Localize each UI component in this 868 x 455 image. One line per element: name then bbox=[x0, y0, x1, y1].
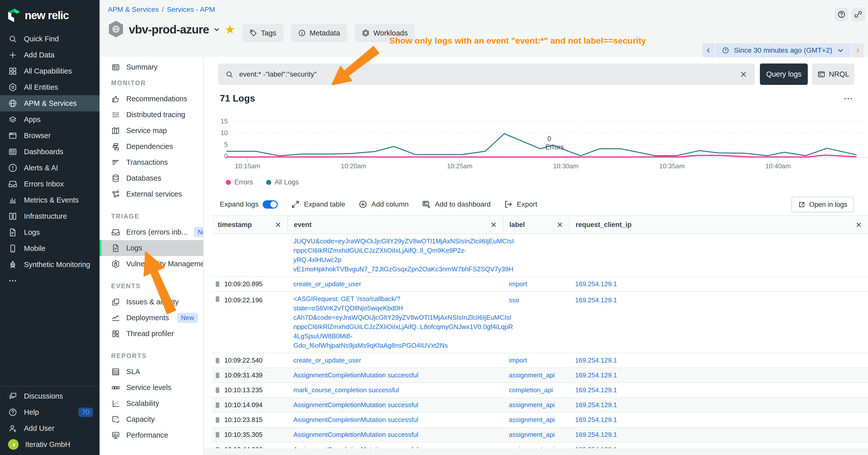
add-column-button[interactable]: Add column bbox=[359, 200, 409, 209]
open-in-logs-button[interactable]: Open in logs bbox=[792, 197, 854, 213]
gnav-footer-add-user[interactable]: Add User bbox=[0, 420, 99, 436]
log-label-link[interactable]: assignment_api bbox=[503, 431, 569, 438]
expand-logs-toggle[interactable] bbox=[262, 200, 278, 208]
log-client-ip-link[interactable]: 169.254.129.1 bbox=[569, 280, 868, 288]
log-row[interactable]: JUQVU&code=eyJraWQiOiJjcGltY29yZV8wOTl1M… bbox=[212, 234, 868, 277]
gnav-item-logs[interactable]: Logs bbox=[0, 224, 99, 240]
log-label-link[interactable]: assignment_api bbox=[503, 371, 569, 379]
lnav-item-summary[interactable]: Summary bbox=[99, 59, 203, 75]
breadcrumb-apm-services[interactable]: APM & Services bbox=[108, 5, 159, 13]
log-event-link[interactable]: mark_course_completion successful bbox=[287, 386, 503, 395]
lnav-item-capacity[interactable]: Capacity bbox=[99, 412, 203, 427]
lnav-item-logs[interactable]: Logs bbox=[99, 240, 203, 256]
log-client-ip-link[interactable]: 169.254.129.1 bbox=[569, 416, 868, 424]
remove-column-icon[interactable]: ✕ bbox=[557, 221, 563, 229]
quick-find[interactable]: Quick Find bbox=[0, 31, 99, 47]
log-row[interactable]: 10:09:31.439AssignmentCompletionMutation… bbox=[212, 368, 868, 383]
time-forward-button[interactable] bbox=[851, 43, 864, 58]
log-row[interactable]: 10:10:35.305AssignmentCompletionMutation… bbox=[212, 427, 868, 443]
logs-timeseries-chart[interactable]: 15105010:15am10:20am10:25am10:30am10:35a… bbox=[219, 116, 868, 170]
lnav-item-service-levels[interactable]: Service levels bbox=[99, 380, 203, 395]
log-label-link[interactable]: sso bbox=[503, 294, 569, 304]
column-header-timestamp[interactable]: timestamp✕ bbox=[212, 216, 287, 233]
log-event-link[interactable]: create_or_update_user bbox=[287, 280, 503, 289]
metadata-button[interactable]: Metadata bbox=[291, 24, 347, 42]
log-client-ip-link[interactable]: 169.254.129.1 bbox=[569, 371, 868, 379]
lnav-item-performance[interactable]: Performance bbox=[99, 427, 203, 443]
lnav-item-distributed-tracing[interactable]: Distributed tracing bbox=[99, 107, 203, 123]
clear-query-icon[interactable] bbox=[739, 70, 748, 78]
log-client-ip-link[interactable]: 169.254.129.1 bbox=[569, 401, 868, 409]
lnav-item-issues-activity[interactable]: Issues & activity bbox=[99, 294, 203, 310]
remove-column-icon[interactable]: ✕ bbox=[491, 221, 497, 229]
gnav-item-apm-services[interactable]: APM & Services bbox=[0, 95, 99, 111]
lnav-item-vulnerability-management[interactable]: Vulnerability Management bbox=[99, 256, 203, 272]
log-event-link[interactable]: create_or_update_user bbox=[287, 356, 503, 365]
permalink-button[interactable] bbox=[851, 7, 865, 21]
gnav-item-item[interactable] bbox=[0, 272, 99, 289]
gnav-item-mobile[interactable]: Mobile bbox=[0, 240, 99, 257]
log-event-link[interactable]: JUQVU&code=eyJraWQiOiJjcGltY29yZV8wOTl1M… bbox=[287, 236, 503, 274]
lnav-item-thread-profiler[interactable]: Thread profiler bbox=[99, 326, 203, 342]
column-header-request-client-ip[interactable]: request_client_ip✕ bbox=[569, 216, 868, 233]
gnav-item-dashboards[interactable]: Dashboards bbox=[0, 143, 99, 160]
title-chevron-down-icon[interactable] bbox=[213, 26, 220, 33]
chart-overflow-menu[interactable]: ... bbox=[844, 92, 853, 101]
time-range-selector[interactable]: Since 30 minutes ago (GMT+2) bbox=[715, 43, 851, 58]
gnav-item-all-capabilities[interactable]: All Capabilities bbox=[0, 63, 99, 79]
log-row[interactable]: 10:10:23.815AssignmentCompletionMutation… bbox=[212, 413, 868, 427]
log-event-link[interactable]: AssignmentCompletionMutation successful bbox=[287, 415, 503, 424]
lnav-item-transactions[interactable]: Transactions bbox=[99, 155, 203, 170]
log-label-link[interactable]: completion_api bbox=[503, 386, 569, 394]
log-row[interactable]: 10:09:22.196<ASGIRequest: GET '/sso/call… bbox=[212, 292, 868, 353]
log-event-link[interactable]: AssignmentCompletionMutation successful bbox=[287, 400, 503, 410]
legend-errors[interactable]: Errors bbox=[226, 178, 253, 186]
log-event-link[interactable]: <ASGIRequest: GET '/sso/callback/?state=… bbox=[287, 294, 503, 350]
help-button[interactable] bbox=[835, 7, 848, 21]
gnav-item-errors-inbox[interactable]: Errors Inbox bbox=[0, 176, 99, 192]
gnav-item-all-entities[interactable]: All Entities bbox=[0, 79, 99, 95]
log-row[interactable]: 10:09:20.895create_or_update_userimport1… bbox=[212, 277, 868, 292]
log-row[interactable]: 10:10:13.235mark_course_completion succe… bbox=[212, 383, 868, 398]
time-back-button[interactable] bbox=[703, 43, 714, 58]
lnav-item-recommendations[interactable]: Recommendations bbox=[99, 91, 203, 107]
lnav-item-deployments[interactable]: DeploymentsNew bbox=[99, 310, 203, 326]
column-header-label[interactable]: label✕ bbox=[503, 216, 569, 233]
log-row[interactable]: 10:10:14.094AssignmentCompletionMutation… bbox=[212, 398, 868, 413]
gnav-item-synthetic-monitoring[interactable]: Synthetic Monitoring bbox=[0, 257, 99, 272]
log-label-link[interactable]: import bbox=[503, 280, 569, 288]
column-header-event[interactable]: event✕ bbox=[287, 216, 503, 233]
gnav-footer-discussions[interactable]: Discussions bbox=[0, 388, 99, 404]
log-client-ip-link[interactable]: 169.254.129.1 bbox=[569, 386, 868, 394]
nrql-button[interactable]: NRQL bbox=[812, 64, 855, 85]
tags-button[interactable]: Tags bbox=[242, 24, 283, 42]
log-label-link[interactable]: assignment_api bbox=[503, 416, 569, 424]
log-client-ip-link[interactable] bbox=[569, 236, 868, 238]
remove-column-icon[interactable]: ✕ bbox=[856, 221, 862, 229]
log-label-link[interactable] bbox=[503, 236, 569, 238]
add-to-dashboard-button[interactable]: Add to dashboard bbox=[422, 200, 491, 209]
log-client-ip-link[interactable]: 169.254.129.1 bbox=[569, 357, 868, 364]
gnav-item-browser[interactable]: Browser bbox=[0, 128, 99, 143]
gnav-item-infrastructure[interactable]: Infrastructure bbox=[0, 208, 99, 224]
gnav-item-alerts-ai[interactable]: Alerts & AI bbox=[0, 160, 99, 176]
gnav-footer-iterativ-gmbh[interactable]: ◑Iterativ GmbH bbox=[0, 436, 99, 453]
lnav-item-databases[interactable]: Databases bbox=[99, 170, 203, 186]
log-label-link[interactable]: import bbox=[503, 357, 569, 364]
log-row[interactable]: 10:09:22.540create_or_update_userimport1… bbox=[212, 353, 868, 368]
gnav-footer-help[interactable]: Help70 bbox=[0, 404, 99, 420]
log-event-link[interactable]: AssignmentCompletionMutation successful bbox=[287, 430, 503, 440]
breadcrumb-services-apm[interactable]: Services - APM bbox=[167, 5, 215, 13]
gnav-item-apps[interactable]: Apps bbox=[0, 111, 99, 128]
lnav-item-scalability[interactable]: Scalability bbox=[99, 395, 203, 412]
lnav-item-service-map[interactable]: Service map bbox=[99, 123, 203, 138]
lnav-item-dependencies[interactable]: Dependencies bbox=[99, 138, 203, 155]
remove-column-icon[interactable]: ✕ bbox=[275, 221, 281, 229]
gnav-item-metrics-events[interactable]: Metrics & Events bbox=[0, 192, 99, 208]
log-client-ip-link[interactable]: 169.254.129.1 bbox=[569, 431, 868, 438]
favorite-star-icon[interactable]: ★ bbox=[224, 24, 236, 35]
lnav-item-errors-errors-inb[interactable]: Errors (errors inb...New bbox=[99, 224, 203, 240]
export-button[interactable]: Export bbox=[504, 200, 537, 209]
lnav-item-external-services[interactable]: External services bbox=[99, 186, 203, 202]
query-logs-button[interactable]: Query logs bbox=[760, 64, 808, 85]
